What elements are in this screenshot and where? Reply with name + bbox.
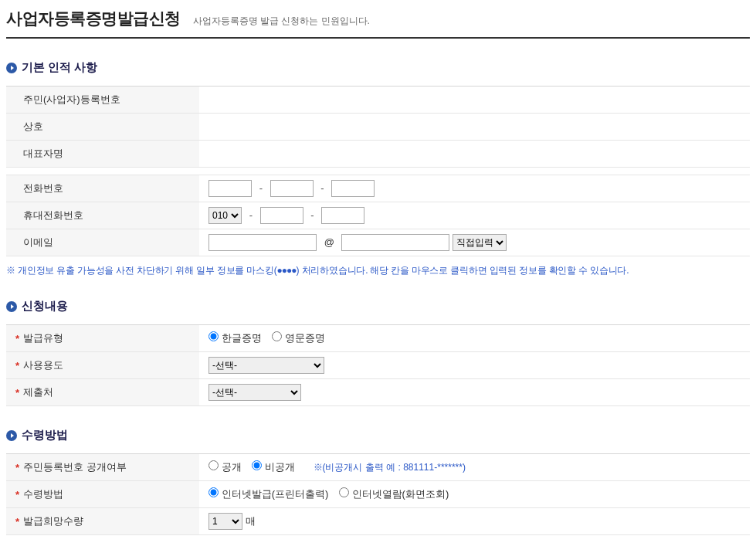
personal-info-table: 주민(사업자)등록번호 상호 대표자명 전화번호 - - 휴대전화번호 010 …: [6, 86, 750, 256]
usage-select[interactable]: -선택-: [208, 357, 324, 374]
section-header-request: 신청내용: [6, 299, 750, 314]
mobile-cell: 010 - -: [199, 202, 750, 229]
phone-label: 전화번호: [6, 175, 199, 202]
section-title: 기본 인적 사항: [22, 60, 97, 75]
page-title: 사업자등록증명발급신청: [6, 8, 181, 29]
mobile-part3-input[interactable]: [321, 207, 364, 224]
email-local-input[interactable]: [208, 234, 317, 251]
mobile-prefix-select[interactable]: 010: [208, 207, 242, 224]
radio-label-text: 공개: [222, 461, 242, 473]
mobile-label: 휴대전화번호: [6, 202, 199, 229]
dash-icon: -: [249, 209, 253, 221]
hint-suffix: ) 처리하였습니다. 해당 칸을 마우스로 클릭하면 입력된 정보를 확인할 수…: [297, 265, 629, 276]
rep-name-cell: [199, 141, 750, 168]
arrow-bullet-icon: [6, 430, 17, 441]
section-title: 신청내용: [22, 299, 68, 314]
arrow-bullet-icon: [6, 63, 17, 73]
receive-method-label: 수령방법: [6, 481, 199, 508]
method-print-label[interactable]: 인터넷발급(프린터출력): [208, 488, 328, 500]
mobile-part2-input[interactable]: [260, 207, 303, 224]
rep-name-label: 대표자명: [6, 141, 199, 168]
dash-icon: -: [310, 209, 314, 221]
method-view-radio[interactable]: [339, 487, 349, 497]
reg-no-label: 주민(사업자)등록번호: [6, 87, 199, 114]
ssn-public-cell: 공개 비공개 ※(비공개시 출력 예 : 881111-*******): [199, 454, 750, 481]
ssn-public-yes-radio[interactable]: [208, 460, 219, 470]
dash-icon: -: [259, 182, 263, 194]
method-print-radio[interactable]: [208, 487, 219, 497]
receive-table: 주민등록번호 공개여부 공개 비공개 ※(비공개시 출력 예 : 881111-…: [6, 453, 750, 535]
phone-cell: - -: [199, 175, 750, 202]
phone-part1-input[interactable]: [208, 180, 252, 197]
at-icon: @: [324, 236, 334, 248]
page-header: 사업자등록증명발급신청 사업자등록증명 발급 신청하는 민원입니다.: [6, 8, 750, 39]
trade-name-cell: [199, 114, 750, 141]
hint-prefix: ※ 개인정보 유출 가능성을 사전 차단하기 위해 일부 정보를 마스킹(: [6, 265, 277, 276]
radio-label-text: 인터넷열람(화면조회): [352, 488, 449, 500]
phone-part3-input[interactable]: [331, 180, 375, 197]
trade-name-label: 상호: [6, 114, 199, 141]
radio-label-text: 인터넷발급(프린터출력): [222, 488, 329, 500]
phone-part2-input[interactable]: [270, 180, 314, 197]
section-title: 수령방법: [22, 428, 68, 443]
dash-icon: -: [320, 182, 324, 194]
issuance-type-cell: 한글증명 영문증명: [199, 325, 750, 352]
ssn-public-yes-label[interactable]: 공개: [208, 461, 242, 473]
qty-select[interactable]: 1: [208, 513, 242, 530]
masking-hint: ※ 개인정보 유출 가능성을 사전 차단하기 위해 일부 정보를 마스킹(●●●…: [6, 264, 750, 277]
method-view-label[interactable]: 인터넷열람(화면조회): [339, 488, 449, 500]
email-cell: @ 직접입력: [199, 229, 750, 256]
usage-label: 사용용도: [6, 352, 199, 379]
receive-method-cell: 인터넷발급(프린터출력) 인터넷열람(화면조회): [199, 481, 750, 508]
issuance-type-kor-radio[interactable]: [208, 331, 219, 341]
section-header-personal: 기본 인적 사항: [6, 60, 750, 75]
issuance-type-eng-radio[interactable]: [272, 331, 282, 341]
email-label: 이메일: [6, 229, 199, 256]
ssn-public-label: 주민등록번호 공개여부: [6, 454, 199, 481]
mask-bullets-icon: ●●●●: [277, 265, 297, 276]
radio-label-text: 영문증명: [285, 332, 325, 344]
issuance-type-label: 발급유형: [6, 325, 199, 352]
radio-label-text: 한글증명: [222, 332, 262, 344]
qty-label: 발급희망수량: [6, 508, 199, 535]
submit-to-label: 제출처: [6, 379, 199, 406]
issuance-type-eng-label[interactable]: 영문증명: [272, 332, 325, 344]
ssn-public-no-label[interactable]: 비공개: [252, 461, 295, 473]
submit-to-select[interactable]: -선택-: [208, 384, 301, 401]
ssn-mask-note: ※(비공개시 출력 예 : 881111-*******): [314, 462, 466, 473]
reg-no-cell[interactable]: [199, 87, 750, 114]
email-domain-input[interactable]: [341, 234, 449, 251]
section-header-receive: 수령방법: [6, 428, 750, 443]
page-subtitle: 사업자등록증명 발급 신청하는 민원입니다.: [193, 15, 370, 28]
arrow-bullet-icon: [6, 301, 17, 312]
request-table: 발급유형 한글증명 영문증명 사용용도 -선택- 제출처 -선택-: [6, 324, 750, 406]
qty-unit: 매: [246, 515, 256, 527]
ssn-public-no-radio[interactable]: [252, 460, 262, 470]
email-domain-select[interactable]: 직접입력: [453, 234, 507, 251]
radio-label-text: 비공개: [265, 461, 295, 473]
issuance-type-kor-label[interactable]: 한글증명: [208, 332, 262, 344]
